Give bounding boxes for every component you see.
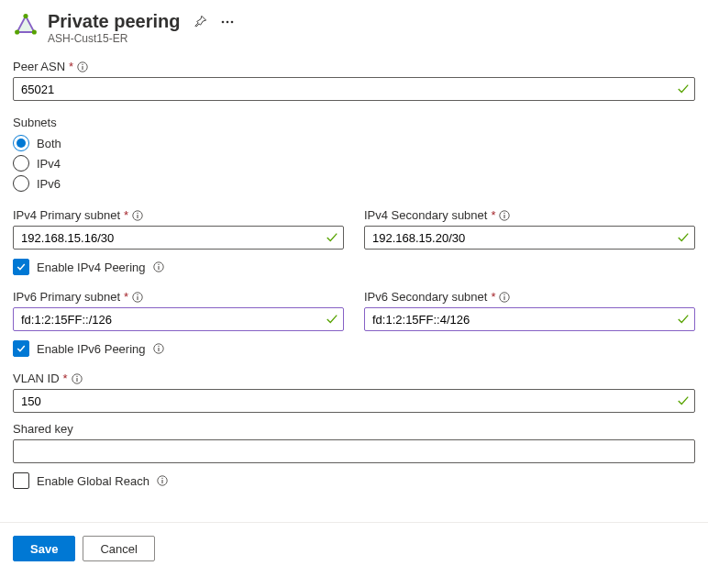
radio-both[interactable]: Both	[13, 133, 695, 153]
svg-point-4	[226, 20, 228, 23]
svg-rect-8	[83, 63, 83, 64]
enable-global-reach-label: Enable Global Reach	[37, 474, 149, 488]
svg-rect-31	[161, 480, 162, 483]
svg-rect-25	[158, 348, 159, 351]
svg-rect-29	[76, 375, 77, 376]
enable-ipv6-checkbox[interactable]	[13, 340, 29, 357]
svg-rect-16	[158, 266, 159, 270]
ipv4-secondary-label: IPv4 Secondary subnet*	[364, 208, 695, 222]
svg-rect-32	[161, 478, 162, 479]
enable-ipv4-label: Enable IPv4 Peering	[37, 261, 146, 274]
ipv4-primary-input[interactable]	[13, 226, 344, 250]
more-icon[interactable]	[220, 15, 235, 29]
cancel-button[interactable]: Cancel	[83, 536, 154, 561]
peer-asn-label: Peer ASN*	[13, 60, 695, 73]
peer-asn-input[interactable]	[13, 77, 695, 101]
svg-rect-14	[504, 212, 505, 213]
svg-point-0	[23, 14, 28, 18]
svg-rect-20	[138, 294, 138, 294]
radio-ipv6[interactable]: IPv6	[13, 173, 695, 194]
ipv6-primary-label: IPv6 Primary subnet*	[13, 290, 344, 304]
peering-icon	[13, 13, 39, 39]
ipv6-secondary-label: IPv6 Secondary subnet*	[364, 290, 695, 304]
info-icon[interactable]	[157, 475, 168, 486]
subnets-label: Subnets	[13, 116, 695, 129]
page-title: Private peering	[48, 11, 181, 32]
info-icon[interactable]	[153, 261, 164, 272]
ipv6-primary-input[interactable]	[13, 307, 344, 331]
info-icon[interactable]	[499, 210, 510, 221]
svg-point-1	[32, 29, 37, 34]
shared-key-label: Shared key	[13, 422, 695, 436]
svg-rect-7	[83, 66, 83, 70]
page-header: Private peering ASH-Cust15-ER	[13, 11, 695, 45]
svg-rect-26	[158, 346, 159, 347]
svg-rect-17	[158, 264, 159, 265]
radio-ipv6-label: IPv6	[37, 177, 61, 191]
svg-rect-13	[504, 215, 505, 218]
svg-rect-22	[504, 296, 505, 300]
info-icon[interactable]	[132, 292, 143, 303]
svg-rect-23	[504, 294, 505, 294]
radio-ipv4-label: IPv4	[37, 157, 61, 171]
radio-ipv4[interactable]: IPv4	[13, 153, 695, 173]
svg-point-3	[221, 20, 224, 23]
enable-ipv4-checkbox[interactable]	[13, 259, 29, 275]
vlan-id-input[interactable]	[13, 389, 695, 413]
save-button[interactable]: Save	[13, 536, 75, 561]
ipv4-secondary-input[interactable]	[364, 226, 695, 250]
svg-rect-28	[76, 378, 77, 382]
ipv4-primary-label: IPv4 Primary subnet*	[13, 208, 344, 222]
vlan-id-label: VLAN ID*	[13, 372, 695, 385]
shared-key-input[interactable]	[13, 439, 695, 463]
pin-icon[interactable]	[194, 15, 207, 28]
svg-rect-19	[138, 296, 138, 300]
enable-ipv6-label: Enable IPv6 Peering	[37, 342, 146, 356]
enable-global-reach-checkbox[interactable]	[13, 472, 29, 489]
info-icon[interactable]	[499, 292, 510, 303]
svg-rect-10	[138, 215, 138, 218]
info-icon[interactable]	[72, 373, 83, 384]
svg-point-2	[15, 29, 19, 34]
info-icon[interactable]	[77, 61, 88, 72]
radio-both-label: Both	[37, 137, 61, 150]
info-icon[interactable]	[132, 210, 143, 221]
info-icon[interactable]	[153, 343, 164, 354]
page-subtitle: ASH-Cust15-ER	[48, 32, 695, 45]
svg-point-5	[230, 20, 233, 23]
svg-rect-11	[138, 212, 138, 213]
ipv6-secondary-input[interactable]	[364, 307, 695, 331]
